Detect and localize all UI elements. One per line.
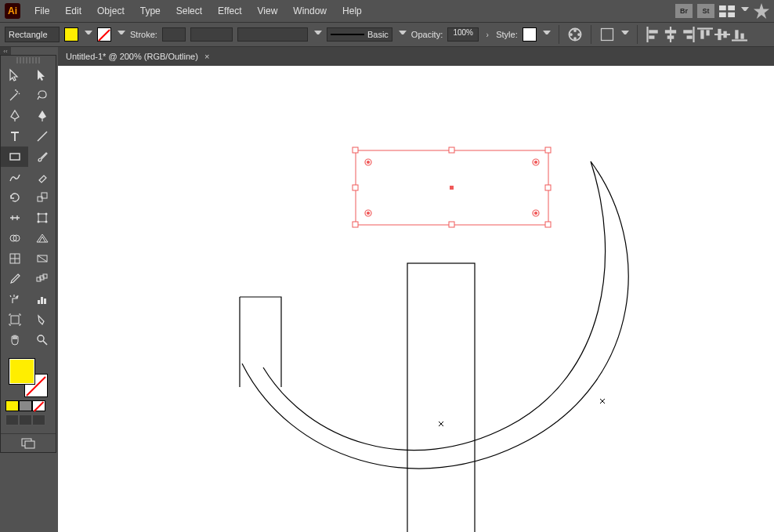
menu-select[interactable]: Select <box>170 2 208 20</box>
zoom-tool[interactable] <box>28 330 56 350</box>
svg-rect-21 <box>706 30 709 35</box>
screen-mode-switch[interactable] <box>1 433 56 452</box>
document-tab-strip: Untitled-1* @ 200% (RGB/Outline) × <box>58 47 774 66</box>
stroke-label: Stroke: <box>130 30 157 39</box>
align-left-icon[interactable] <box>646 27 661 42</box>
magic-wand-tool[interactable] <box>1 85 28 106</box>
stroke-profile-dropdown-icon[interactable] <box>399 31 407 38</box>
fill-color-box[interactable] <box>9 358 35 385</box>
svg-rect-45 <box>44 299 46 304</box>
menu-type[interactable]: Type <box>134 2 167 20</box>
variable-width-profile[interactable] <box>190 27 233 42</box>
artwork-outline[interactable] <box>240 161 628 532</box>
line-segment-tool[interactable] <box>28 126 56 147</box>
recolor-artwork-icon[interactable] <box>567 27 583 42</box>
stroke-line-icon <box>331 34 364 35</box>
style-dropdown-icon[interactable] <box>543 31 551 38</box>
align-hcenter-icon[interactable] <box>663 27 678 42</box>
style-swatch[interactable] <box>523 27 537 42</box>
symbol-sprayer-tool[interactable] <box>1 289 28 309</box>
eyedropper-tool[interactable] <box>1 269 28 289</box>
active-shape-name[interactable]: Rectangle <box>5 27 60 42</box>
svg-rect-15 <box>667 35 674 38</box>
draw-inside[interactable] <box>32 414 45 425</box>
bridge-button[interactable]: Br <box>675 4 693 18</box>
curvature-tool[interactable] <box>28 106 56 126</box>
selection-bounding-box[interactable] <box>353 147 551 227</box>
rectangle-tool[interactable] <box>1 147 28 167</box>
fill-swatch[interactable] <box>64 27 78 42</box>
align-vcenter-icon[interactable] <box>714 27 730 42</box>
align-bottom-icon[interactable] <box>732 27 747 42</box>
opacity-arrow-icon[interactable]: › <box>483 29 491 40</box>
menu-help[interactable]: Help <box>336 2 368 20</box>
stock-button[interactable]: St <box>697 4 714 18</box>
menubar-right: Br St <box>675 4 769 18</box>
menu-object[interactable]: Object <box>91 2 131 20</box>
menu-window[interactable]: Window <box>287 2 333 20</box>
pen-tool[interactable] <box>1 106 28 126</box>
canvas[interactable] <box>58 66 774 532</box>
arrange-dropdown-icon[interactable] <box>741 7 749 15</box>
menu-effect[interactable]: Effect <box>212 2 248 20</box>
blend-tool[interactable] <box>28 269 56 289</box>
gradient-tool[interactable] <box>28 248 56 269</box>
stroke-profile[interactable]: Basic <box>327 27 392 42</box>
fill-stroke-indicator[interactable] <box>9 358 48 397</box>
selection-tool[interactable] <box>1 65 28 85</box>
close-tab-icon[interactable]: × <box>204 52 209 61</box>
arrange-docs-icon[interactable] <box>719 5 735 17</box>
svg-rect-9 <box>601 29 613 41</box>
opacity-input[interactable]: 100% <box>447 27 479 42</box>
shaper-tool[interactable] <box>1 167 28 187</box>
svg-rect-54 <box>545 147 551 153</box>
brush-definition[interactable] <box>237 27 308 42</box>
mesh-tool[interactable] <box>1 248 28 269</box>
fill-dropdown-icon[interactable] <box>85 31 92 38</box>
align-top-icon[interactable] <box>697 27 713 42</box>
gpu-preview-icon[interactable] <box>754 5 769 17</box>
slice-tool[interactable] <box>28 309 56 330</box>
svg-rect-22 <box>714 34 730 35</box>
eraser-tool[interactable] <box>28 167 56 187</box>
document-tab[interactable]: Untitled-1* @ 200% (RGB/Outline) × <box>58 47 217 66</box>
free-transform-tool[interactable] <box>28 208 56 228</box>
shape-builder-tool[interactable] <box>1 228 28 248</box>
svg-point-64 <box>535 161 537 164</box>
panel-collapse-toggle[interactable]: ‹‹ <box>0 47 11 55</box>
perspective-grid-tool[interactable] <box>28 228 56 248</box>
stroke-weight-input[interactable] <box>162 27 186 42</box>
direct-selection-tool[interactable] <box>28 65 56 85</box>
align-right-icon[interactable] <box>680 27 696 42</box>
type-tool[interactable] <box>1 126 28 147</box>
rotate-tool[interactable] <box>1 187 28 208</box>
color-mode-swatches <box>5 400 51 411</box>
draw-behind[interactable] <box>19 414 32 425</box>
svg-point-6 <box>577 33 580 36</box>
brush-dropdown-icon[interactable] <box>314 31 322 38</box>
draw-normal[interactable] <box>5 414 19 425</box>
column-graph-tool[interactable] <box>28 289 56 309</box>
svg-rect-12 <box>649 35 654 38</box>
lasso-tool[interactable] <box>28 85 56 106</box>
artboard-tool[interactable] <box>1 309 28 330</box>
menu-view[interactable]: View <box>251 2 284 20</box>
menu-edit[interactable]: Edit <box>59 2 88 20</box>
align-to-icon[interactable] <box>599 27 615 42</box>
scale-tool[interactable] <box>28 187 56 208</box>
color-mode-gradient[interactable] <box>19 400 32 411</box>
hand-tool[interactable] <box>1 330 28 350</box>
panel-grip[interactable] <box>16 57 40 63</box>
svg-point-47 <box>38 335 44 342</box>
color-mode-none[interactable] <box>32 400 45 411</box>
stroke-swatch[interactable] <box>97 27 111 42</box>
width-tool[interactable] <box>1 208 28 228</box>
svg-rect-20 <box>700 30 703 38</box>
color-mode-color[interactable] <box>5 400 19 411</box>
menu-file[interactable]: File <box>28 2 56 20</box>
align-to-dropdown-icon[interactable] <box>621 31 629 38</box>
stroke-swatch-dropdown-icon[interactable] <box>118 31 125 38</box>
svg-rect-0 <box>719 5 726 10</box>
paintbrush-tool[interactable] <box>28 147 56 167</box>
svg-rect-18 <box>686 35 692 38</box>
